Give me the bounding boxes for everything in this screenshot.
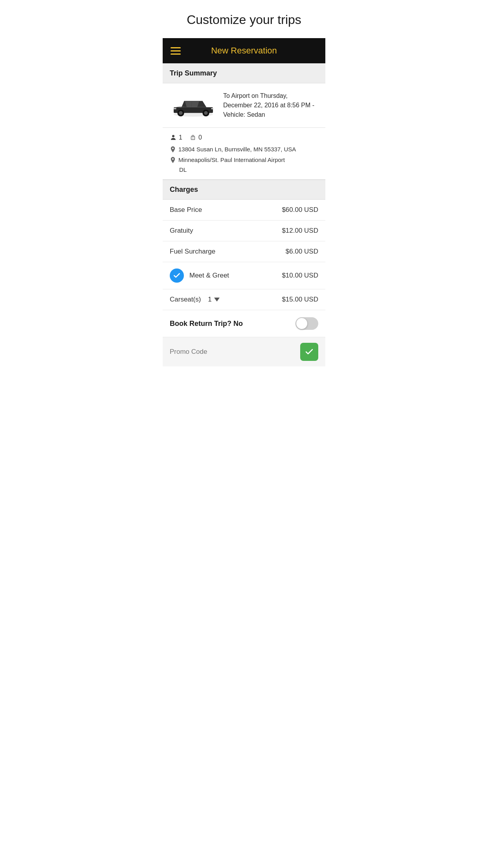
book-return-trip-row: Book Return Trip? No (163, 310, 325, 337)
base-price-amount: $60.00 USD (282, 206, 318, 214)
carseat-row: Carseat(s) 1 $15.00 USD (163, 289, 325, 310)
pickup-location: 13804 Susan Ln, Burnsville, MN 55337, US… (170, 145, 318, 153)
toggle-knob (296, 318, 307, 329)
svg-point-12 (172, 148, 174, 149)
trip-description: To Airport on Thursday, December 22, 201… (223, 91, 318, 120)
gratuity-label: Gratuity (170, 227, 193, 235)
meet-greet-label: Meet & Greet (189, 272, 229, 280)
fuel-surcharge-label: Fuel Surcharge (170, 248, 215, 256)
carseat-label: Carseat(s) (170, 296, 201, 303)
svg-rect-6 (174, 108, 176, 109)
hamburger-menu-button[interactable] (171, 47, 181, 55)
navbar: New Reservation (163, 38, 325, 63)
vehicle-image (170, 92, 217, 119)
dropoff-location: Minneapolis/St. Paul International Airpo… (170, 156, 318, 164)
carseat-dropdown-arrow-icon (214, 298, 220, 302)
meet-greet-checkbox[interactable] (170, 268, 184, 283)
svg-rect-7 (211, 108, 214, 109)
book-return-label: Book Return Trip? No (170, 320, 243, 328)
airline-code: DL (170, 166, 318, 173)
svg-point-5 (204, 111, 207, 115)
promo-code-row (163, 337, 325, 366)
base-price-label: Base Price (170, 206, 202, 214)
promo-submit-button[interactable] (300, 343, 318, 361)
meet-greet-row: Meet & Greet $10.00 USD (163, 262, 325, 289)
passenger-count: 1 (170, 134, 182, 141)
carseat-amount: $15.00 USD (282, 296, 318, 303)
book-return-toggle[interactable] (295, 317, 318, 330)
pickup-pin-icon (170, 146, 176, 153)
luggage-count: 0 (189, 134, 202, 141)
carseat-quantity-dropdown[interactable]: 1 (208, 296, 219, 303)
trip-summary-row: To Airport on Thursday, December 22, 201… (163, 83, 325, 128)
pickup-address: 13804 Susan Ln, Burnsville, MN 55337, US… (178, 145, 296, 153)
luggage-number: 0 (198, 134, 202, 141)
svg-point-3 (179, 111, 182, 115)
promo-code-input[interactable] (170, 348, 296, 356)
gratuity-row: Gratuity $12.00 USD (163, 221, 325, 241)
fuel-surcharge-amount: $6.00 USD (286, 248, 318, 256)
meet-greet-check-label: Meet & Greet (170, 268, 229, 283)
charges-section-header: Charges (163, 180, 325, 200)
trip-summary-section-header: Trip Summary (163, 63, 325, 83)
svg-point-13 (172, 158, 174, 160)
fuel-surcharge-row: Fuel Surcharge $6.00 USD (163, 241, 325, 262)
page-heading: Customize your trips (163, 0, 325, 38)
dropoff-address: Minneapolis/St. Paul International Airpo… (178, 156, 285, 164)
luggage-icon (189, 134, 196, 141)
meet-greet-amount: $10.00 USD (282, 272, 318, 280)
navbar-title: New Reservation (181, 46, 317, 56)
trip-details-row: 1 0 13804 Susan Ln, Burnsville, MN 55337… (163, 128, 325, 180)
dropoff-pin-icon (170, 156, 176, 164)
gratuity-amount: $12.00 USD (282, 227, 318, 235)
carseat-quantity-value: 1 (208, 296, 211, 303)
base-price-row: Base Price $60.00 USD (163, 200, 325, 221)
svg-point-9 (172, 135, 174, 137)
passenger-number: 1 (179, 134, 182, 141)
person-icon (170, 134, 177, 141)
